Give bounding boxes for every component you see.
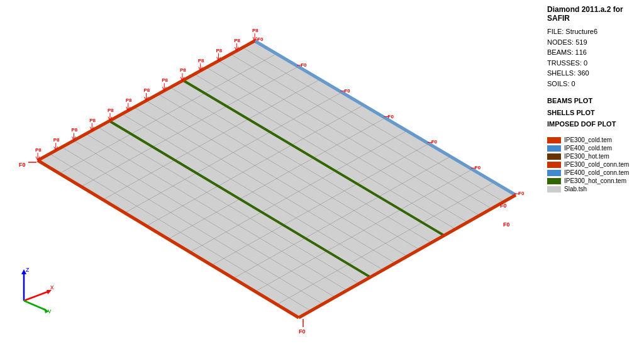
3d-view (0, 0, 541, 351)
svg-text:z: z (26, 265, 30, 273)
svg-text:x: x (50, 283, 54, 291)
stat-shells: SHELLS: 360 (547, 68, 638, 79)
info-panel: Diamond 2011.a.2 for SAFIR FILE: Structu… (541, 0, 644, 351)
svg-line-6 (24, 301, 46, 310)
stat-beams: BEAMS: 116 (547, 47, 638, 58)
stat-soils: SOILS: 0 (547, 79, 638, 89)
stats-block: FILE: Structure6 NODES: 519 BEAMS: 116 T… (547, 26, 638, 89)
legend-item-5: IPE300_hot_conn.tem (547, 177, 638, 184)
legend-item-4: IPE400_cold_conn.tem (547, 169, 638, 176)
beams-plot-label: BEAMS PLOT (547, 95, 638, 107)
legend-item-1: IPE400_cold.tem (547, 145, 638, 152)
legend-item-0: IPE300_cold.tem (547, 136, 638, 143)
svg-marker-4 (47, 290, 52, 294)
legend-item-2: IPE300_hot.tem (547, 153, 638, 160)
legend-item-6: Slab.tsh (547, 186, 638, 192)
axis-indicator: z x y (11, 263, 62, 313)
stat-nodes: NODES: 519 (547, 37, 638, 48)
stat-file: FILE: Structure6 (547, 26, 638, 37)
plot-info-block: BEAMS PLOT SHELLS PLOT IMPOSED DOF PLOT (547, 95, 638, 130)
svg-line-3 (24, 291, 49, 301)
legend-item-3: IPE300_cold_conn.tem (547, 161, 638, 168)
shells-plot-label: SHELLS PLOT (547, 107, 638, 119)
svg-text:y: y (48, 307, 52, 313)
stat-trusses: TRUSSES: 0 (547, 58, 638, 69)
legend-block: IPE300_cold.temIPE400_cold.temIPE300_hot… (547, 136, 638, 192)
imposed-plot-label: IMPOSED DOF PLOT (547, 118, 638, 130)
app-title: Diamond 2011.a.2 for SAFIR (547, 5, 638, 23)
